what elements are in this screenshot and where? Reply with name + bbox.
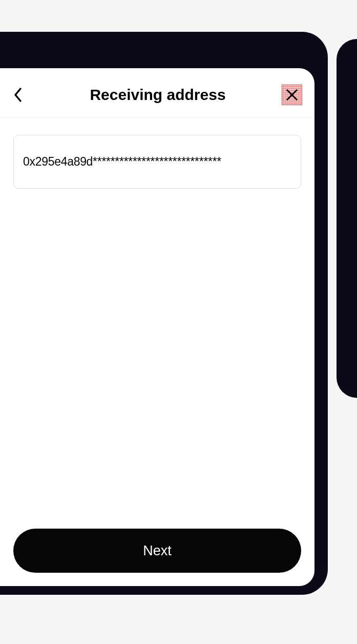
back-chevron-icon <box>13 87 23 103</box>
footer-bar: Next <box>0 529 314 586</box>
back-button[interactable] <box>13 85 34 105</box>
qr-scan-button[interactable] <box>282 85 302 105</box>
screen-content: Receiving address <box>0 68 314 586</box>
qr-scan-icon <box>282 85 302 105</box>
main-content: 0x295e4a89d***************************** <box>0 117 314 529</box>
next-button[interactable]: Next <box>13 529 301 573</box>
decorative-shape <box>337 39 357 398</box>
receiving-address-input[interactable]: 0x295e4a89d***************************** <box>13 135 301 189</box>
page-title: Receiving address <box>34 86 282 104</box>
header-bar: Receiving address <box>0 68 314 117</box>
phone-frame: Receiving address <box>0 32 328 595</box>
